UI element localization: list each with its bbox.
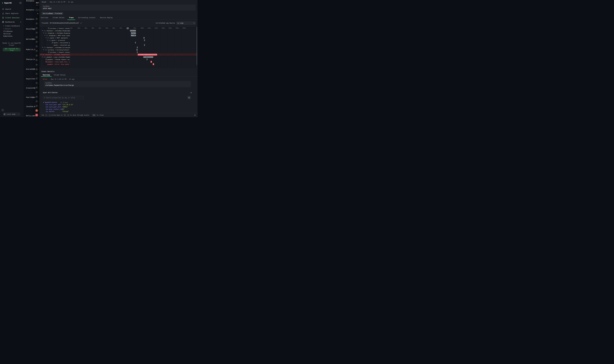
span-duration-bar[interactable]: POST /getquote [144, 37, 144, 39]
session-list-item[interactable]: Anonymous [26, 18, 34, 20]
location-pin-icon[interactable] [35, 114, 38, 116]
session-list-item[interactable]: Ernesto33@ [26, 87, 35, 89]
span-duration-bar[interactable] [127, 27, 129, 29]
preset-kubernetes[interactable]: Kubernetes [0, 35, 23, 37]
trace-span-row[interactable]: payment | Error: Visa cache ful… [39, 63, 70, 65]
session-list-item[interactable]: Anonymous [26, 9, 34, 11]
tab-column-values[interactable]: Column Values [53, 16, 65, 20]
session-list-item[interactable]: Jonathan.B [26, 106, 35, 107]
attribute-row[interactable]: rpc.method"Charge" [43, 110, 190, 113]
create-dashboard-button[interactable]: + Create Dashboard [0, 24, 23, 27]
trace-span-row[interactable]: currency | Convert convers… [39, 51, 70, 53]
attribute-row[interactable]: net.sock.peer.addr"172.28.0.10" [43, 104, 190, 106]
trace-span-row[interactable]: (1)quote | POST /getquote [39, 37, 70, 39]
span-duration-bar[interactable]: oteldemo.Currency [137, 46, 138, 48]
span-duration-bar[interactable]: calculate-quote [144, 44, 145, 46]
location-pin-icon[interactable] [35, 40, 38, 43]
event-tab-column-values[interactable]: Column Values [54, 74, 66, 77]
session-list-item[interactable]: Roderick_S [26, 49, 35, 50]
span-duration-bar[interactable]: Error: Visa [153, 63, 154, 65]
trace-span-row[interactable]: payment | Charge request rec… [39, 58, 70, 61]
location-pin-icon[interactable] [35, 77, 38, 80]
trace-span-row[interactable]: (1)checkout | oteldemo.ShippingSe… [39, 29, 70, 32]
session-list-item[interactable]: Dolly.Lubo [26, 115, 35, 117]
event-tab-overview[interactable]: Overview [43, 74, 50, 77]
location-pin-icon[interactable] [35, 54, 38, 57]
span-duration-bar[interactable]: oteldemo.Shipping [131, 32, 136, 34]
session-list-item[interactable]: Pearl43@ho [26, 96, 35, 98]
waterfall-scrollbar[interactable] [196, 27, 197, 68]
span-duration-bar[interactable]: Visa cache [151, 61, 152, 63]
location-pin-icon[interactable] [35, 105, 38, 107]
span-duration-bar[interactable]: Convert [137, 51, 138, 53]
span-duration-bar[interactable]: Calculated [135, 42, 136, 44]
session-list-item[interactable]: Deion37@gm [26, 28, 35, 30]
location-pin-icon[interactable] [35, 31, 38, 34]
span-duration-bar[interactable]: oteldemo.ShippingService [130, 30, 136, 32]
search-input-fragment[interactable]: Sear [36, 9, 39, 12]
trace-span-row[interactable]: (1)checkout | oteldemo.CurrencySe… [39, 46, 70, 49]
session-list-item[interactable]: Anonymous [26, 0, 34, 2]
location-pin-icon[interactable] [35, 50, 38, 52]
help-button[interactable]: ? [1, 109, 4, 112]
trace-span-row[interactable]: (3)payment | grpc.oteldemo.Paymen… [39, 56, 70, 58]
preset-services[interactable]: Services [0, 32, 23, 35]
attribute-root-row[interactable]: SpanAttributes{}6 keys [43, 101, 190, 104]
attribute-row[interactable]: net.sock.peer.port"50051" [43, 106, 190, 108]
span-duration-bar[interactable]: grpc.oteldemo. [143, 56, 153, 58]
location-pin-icon[interactable] [35, 64, 38, 66]
location-pin-icon[interactable] [35, 73, 38, 75]
trace-span-row[interactable]: (1)shipping | POST http://quo… [39, 34, 70, 37]
get-started-button[interactable]: Get Started for Free [3, 48, 21, 51]
span-duration-bar[interactable]: {closure} [144, 39, 145, 41]
location-pin-icon[interactable] [35, 95, 38, 98]
trace-span-row[interactable]: (2)quote | {closure} [39, 39, 70, 41]
collapse-sidebar-icon[interactable] [19, 2, 21, 4]
span-duration-bar[interactable]: Charge request [147, 58, 147, 60]
location-pin-icon[interactable] [35, 82, 38, 84]
trace-span-row[interactable]: (1)currency | Currency/Convert [39, 49, 70, 51]
span-duration-bar[interactable]: Currency/Convert [136, 49, 138, 51]
tab-surrounding-context[interactable]: Surrounding Context [78, 16, 95, 20]
session-list-item[interactable]: Walton9@ho [26, 38, 35, 40]
location-pin-icon[interactable] [35, 18, 38, 20]
attribute-row[interactable]: rpc.grpc.status_code"2" [43, 108, 190, 110]
span-duration-bar[interactable]: oteldemo.PaymentService/Char [138, 54, 157, 55]
location-pin-icon[interactable] [35, 100, 38, 103]
span-duration-bar[interactable]: POST http://quo [131, 35, 136, 36]
session-list-item[interactable]: Shaniya.Sc [26, 58, 35, 60]
location-pin-icon[interactable] [35, 68, 38, 71]
location-pin-icon[interactable] [35, 45, 38, 48]
service-name-chip[interactable]: ServiceName: frontend [41, 12, 63, 15]
edit-pencil-icon[interactable] [80, 22, 82, 24]
location-pin-icon[interactable] [35, 109, 38, 112]
local-mode-toggle[interactable]: U Local mode › [3, 113, 21, 116]
location-pin-icon[interactable] [35, 59, 38, 62]
session-list-item[interactable]: Kieran92@h [26, 68, 35, 70]
tab-session-replay[interactable]: Session Replay [100, 16, 113, 20]
location-pin-icon[interactable] [35, 22, 38, 25]
tab-trace[interactable]: Trace [69, 16, 74, 20]
location-pin-icon[interactable] [35, 86, 38, 89]
collapse-chevron-up-icon[interactable] [190, 92, 192, 93]
attributes-search-input[interactable] [46, 97, 82, 99]
tab-overview[interactable]: Overview [41, 16, 48, 20]
sidebar-item-dashboards[interactable]: Dashboards [0, 20, 23, 24]
trace-span-row[interactable]: (1)shipping | oteldemo.Shipping… [39, 32, 70, 34]
trace-span-row[interactable]: quote | calculate-quote [39, 44, 70, 46]
log-source-select[interactable]: Logs [176, 22, 196, 25]
sidebar-item-chart-explorer[interactable]: Chart Explorer [0, 11, 23, 15]
preset-clickhouse[interactable]: Clickhouse [0, 30, 23, 32]
session-list-item[interactable]: Howard.Run [26, 78, 35, 80]
trace-span-row[interactable]: (1)checkout | oteldemo.PaymentServi… [39, 53, 70, 56]
close-icon[interactable]: × [194, 114, 196, 116]
trace-span-row[interactable]: currency | Convert convers… [39, 27, 70, 29]
attributes-settings-button[interactable] [188, 96, 191, 99]
location-pin-icon[interactable] [35, 91, 38, 94]
sidebar-item-client-sessions[interactable]: Client Sessions [0, 15, 23, 20]
trace-span-row[interactable]: payment | Visa cache full: c… [39, 61, 70, 63]
sidebar-item-search[interactable]: Search [0, 7, 23, 11]
trace-span-row[interactable]: quote | Calculated q… [39, 41, 70, 44]
location-pin-icon[interactable] [35, 36, 38, 39]
location-pin-icon[interactable] [35, 27, 38, 29]
